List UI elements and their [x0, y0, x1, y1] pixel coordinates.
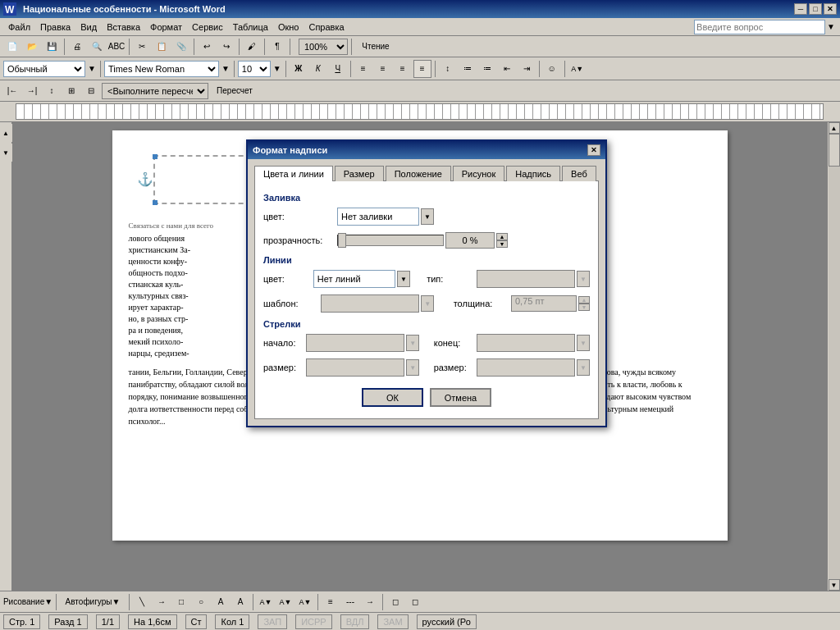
arrow-start-size-arrow[interactable]: ▼ — [406, 359, 419, 376]
shadow-btn[interactable]: ◻ — [386, 593, 404, 611]
font-color-btn[interactable]: A▼ — [296, 593, 314, 611]
3d-btn[interactable]: ◻ — [406, 593, 424, 611]
font-select[interactable]: Times New Roman — [104, 61, 219, 77]
new-button[interactable]: 📄 — [3, 38, 21, 56]
rect-tool[interactable]: □ — [172, 593, 190, 611]
underline-button[interactable]: Ч — [329, 60, 347, 78]
dash-style-btn[interactable]: --- — [341, 593, 359, 611]
arrow-end-dropdown[interactable] — [477, 334, 575, 352]
print-button[interactable]: 🖨 — [68, 38, 86, 56]
undo-button[interactable]: ↩ — [198, 38, 216, 56]
fill-color-btn[interactable]: A▼ — [257, 593, 275, 611]
thickness-spin-down[interactable]: ▼ — [578, 304, 590, 311]
wordart-tool[interactable]: A — [231, 593, 249, 611]
increase-indent-button[interactable]: ⇥ — [518, 60, 536, 78]
scroll-thumb[interactable] — [829, 134, 840, 167]
arrow-start-size-dropdown[interactable] — [306, 358, 404, 377]
arrow-start-dropdown[interactable] — [306, 334, 404, 352]
scroll-down-button[interactable]: ▼ — [829, 579, 840, 591]
paste-button[interactable]: 📎 — [172, 38, 190, 56]
fill-color-dropdown[interactable]: Нет заливки — [337, 208, 419, 226]
style-arrow[interactable]: ▼ — [88, 64, 96, 73]
align-left-button[interactable]: ≡ — [354, 60, 372, 78]
tab-picture[interactable]: Рисунок — [453, 166, 505, 181]
tab-colors-lines[interactable]: Цвета и линии — [254, 166, 333, 181]
tb2-btn-1[interactable]: |← — [3, 82, 21, 100]
line-thickness-input[interactable]: 0,75 пт — [511, 295, 577, 312]
arrow-end-arrow[interactable]: ▼ — [577, 335, 590, 351]
tab-caption[interactable]: Надпись — [506, 166, 560, 181]
highlight-button[interactable]: A▼ — [568, 60, 587, 78]
zoom-select[interactable]: 100% — [299, 39, 348, 55]
tb2-btn-2[interactable]: →| — [23, 82, 41, 100]
close-button[interactable]: ✕ — [824, 3, 837, 15]
menu-insert[interactable]: Вставка — [102, 21, 145, 34]
tab-size[interactable]: Размер — [335, 166, 384, 181]
recalc-button[interactable]: Пересчет — [210, 82, 259, 100]
recalc-select[interactable]: <Выполните пересчет> — [102, 83, 208, 99]
format-painter[interactable]: 🖌 — [243, 38, 261, 56]
read-mode-button[interactable]: Чтение — [355, 38, 396, 56]
fontsize-arrow[interactable]: ▼ — [273, 64, 281, 73]
redo-button[interactable]: ↪ — [217, 38, 235, 56]
tb2-btn-3[interactable]: ↕ — [43, 82, 61, 100]
line-type-dropdown[interactable] — [477, 270, 575, 288]
trans-spin-down[interactable]: ▼ — [496, 240, 508, 248]
textbox-tool[interactable]: A — [212, 593, 230, 611]
menu-tools[interactable]: Сервис — [187, 21, 228, 34]
arrow-tool[interactable]: → — [153, 593, 171, 611]
justify-button[interactable]: ≡ — [413, 60, 431, 78]
spellcheck-button[interactable]: ABC — [107, 38, 126, 56]
numbering-button[interactable]: ≔ — [478, 60, 496, 78]
scroll-up-button[interactable]: ▲ — [829, 122, 840, 134]
decrease-indent-button[interactable]: ⇤ — [498, 60, 516, 78]
menu-file[interactable]: Файл — [3, 21, 35, 34]
arrow-end-size-dropdown[interactable] — [477, 358, 575, 377]
font-arrow[interactable]: ▼ — [221, 64, 230, 73]
italic-button[interactable]: К — [309, 60, 327, 78]
tab-position[interactable]: Положение — [386, 166, 451, 181]
trans-spin-up[interactable]: ▲ — [496, 233, 508, 240]
ok-button[interactable]: ОК — [362, 388, 423, 407]
tb2-btn-4[interactable]: ⊞ — [62, 82, 80, 100]
bullets-button[interactable]: ≔ — [459, 60, 477, 78]
menu-help[interactable]: Справка — [304, 21, 349, 34]
menu-table[interactable]: Таблица — [228, 21, 273, 34]
line-color-arrow[interactable]: ▼ — [397, 271, 410, 287]
open-button[interactable]: 📂 — [23, 38, 41, 56]
maximize-button[interactable]: □ — [809, 3, 822, 15]
copy-button[interactable]: 📋 — [153, 38, 171, 56]
autoshapes-btn[interactable]: Автофигуры▼ — [60, 593, 126, 611]
cancel-button[interactable]: Отмена — [430, 388, 491, 407]
oval-tool[interactable]: ○ — [192, 593, 210, 611]
line-style-btn[interactable]: ≡ — [322, 593, 340, 611]
arrow-style-btn[interactable]: → — [361, 593, 379, 611]
line-color-dropdown[interactable]: Нет линий — [313, 270, 395, 288]
cut-button[interactable]: ✂ — [133, 38, 151, 56]
help-search-input[interactable] — [694, 20, 825, 34]
draw-menu-btn[interactable]: Рисование▼ — [3, 593, 52, 611]
menu-view[interactable]: Вид — [75, 21, 102, 34]
line-pattern-dropdown[interactable] — [321, 294, 419, 313]
arrow-start-arrow[interactable]: ▼ — [406, 335, 419, 351]
thickness-spin-up[interactable]: ▲ — [578, 296, 590, 304]
tab-web[interactable]: Веб — [562, 166, 596, 181]
align-center-button[interactable]: ≡ — [374, 60, 392, 78]
show-paragraph[interactable]: ¶ — [268, 38, 286, 56]
fill-color-arrow[interactable]: ▼ — [421, 208, 434, 225]
save-button[interactable]: 💾 — [43, 38, 61, 56]
minimize-button[interactable]: ─ — [794, 3, 807, 15]
style-select[interactable]: Обычный — [3, 61, 85, 77]
menu-format[interactable]: Формат — [145, 21, 187, 34]
arrow-end-size-arrow[interactable]: ▼ — [577, 359, 590, 376]
fontsize-select[interactable]: 10 — [238, 61, 271, 77]
tb2-btn-5[interactable]: ⊟ — [82, 82, 100, 100]
menu-edit[interactable]: Правка — [35, 21, 75, 34]
transparency-slider[interactable] — [337, 235, 444, 246]
text-box[interactable] — [153, 155, 252, 204]
dialog-close-button[interactable]: ✕ — [587, 144, 600, 156]
line-spacing-button[interactable]: ↕ — [439, 60, 457, 78]
menu-window[interactable]: Окно — [273, 21, 304, 34]
scroll-track[interactable] — [829, 134, 840, 579]
line-color-btn[interactable]: A▼ — [276, 593, 294, 611]
